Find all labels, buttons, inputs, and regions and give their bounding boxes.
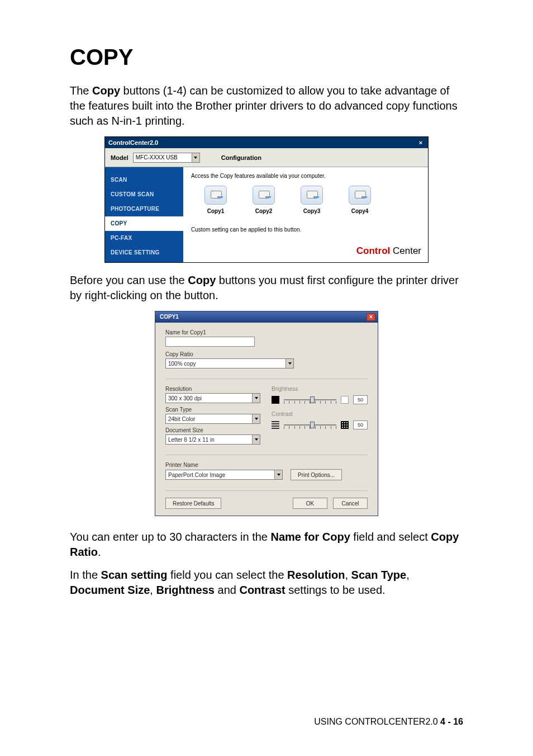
model-value: MFC-XXXX USB: [136, 154, 178, 160]
copier-icon: [253, 186, 275, 205]
copy1-dialog: COPY1 × Name for Copy1 Copy Ratio 100% c…: [155, 311, 378, 516]
sidebar: SCAN CUSTOM SCAN PHOTOCAPTURE COPY PC-FA…: [105, 167, 183, 262]
brightness-label: Brightness: [272, 386, 368, 392]
chevron-down-icon[interactable]: [274, 470, 282, 479]
copier-icon: [349, 186, 371, 205]
bold: Resolution: [287, 569, 345, 581]
copy3-label: Copy3: [303, 208, 321, 214]
dialog-titlebar[interactable]: COPY1 ×: [155, 311, 378, 323]
contrast-value: 50: [353, 420, 368, 429]
text: ,: [345, 569, 351, 581]
configuration-link[interactable]: Configuration: [221, 154, 261, 161]
brand-part1: Control: [356, 245, 390, 256]
contrast-high-icon: [341, 421, 349, 429]
footer-page: 4 - 16: [440, 717, 463, 726]
bold: Scan Type: [351, 569, 407, 581]
resolution-dropdown[interactable]: 300 x 300 dpi: [165, 393, 260, 403]
brand-part2: Center: [390, 245, 421, 256]
docsize-dropdown[interactable]: Letter 8 1/2 x 11 in: [165, 434, 260, 445]
sidebar-item-photocapture[interactable]: PHOTOCAPTURE: [105, 202, 183, 216]
scantype-value: 24bit Color: [168, 416, 195, 422]
docsize-label: Document Size: [165, 427, 261, 433]
resolution-label: Resolution: [165, 386, 261, 392]
printername-label: Printer Name: [165, 462, 368, 468]
printername-dropdown[interactable]: PaperPort Color Image: [165, 470, 283, 480]
content-hint: Custom setting can be applied to this bu…: [191, 226, 420, 233]
cancel-button[interactable]: Cancel: [333, 498, 368, 509]
model-dropdown[interactable]: MFC-XXXX USB: [133, 153, 200, 163]
bold: Copy: [188, 274, 216, 286]
chevron-down-icon[interactable]: [192, 153, 199, 162]
copy-buttons-row: Copy1 Copy2 Copy3 Copy4: [191, 186, 420, 214]
bold: Copy: [92, 84, 120, 97]
contrast-label: Contrast: [272, 411, 368, 417]
docsize-value: Letter 8 1/2 x 11 in: [168, 437, 215, 443]
copier-icon: [204, 186, 227, 205]
scantype-label: Scan Type: [165, 407, 261, 413]
sidebar-item-devicesetting[interactable]: DEVICE SETTING: [105, 245, 183, 260]
sidebar-item-customscan[interactable]: CUSTOM SCAN: [105, 187, 183, 202]
printername-value: PaperPort Color Image: [168, 472, 225, 478]
sidebar-item-scan[interactable]: SCAN: [105, 173, 183, 187]
text: field and select: [350, 531, 431, 543]
contrast-low-icon: [272, 421, 279, 429]
chevron-down-icon[interactable]: [252, 414, 260, 423]
text: The: [70, 84, 92, 97]
window-title: ControlCenter2.0: [108, 137, 158, 148]
slider-thumb[interactable]: [310, 396, 315, 403]
chevron-down-icon[interactable]: [252, 394, 260, 403]
restore-defaults-button[interactable]: Restore Defaults: [165, 498, 221, 509]
copyratio-dropdown[interactable]: 100% copy: [165, 358, 294, 368]
copy2-button[interactable]: Copy2: [249, 186, 278, 214]
close-icon[interactable]: ×: [367, 313, 375, 321]
sidebar-item-copy[interactable]: COPY: [105, 216, 183, 231]
brightness-light-icon: [341, 396, 349, 404]
copier-icon: [301, 186, 323, 205]
ok-button[interactable]: OK: [293, 498, 327, 509]
chevron-down-icon[interactable]: [285, 359, 293, 368]
paragraph-3: You can enter up to 30 characters in the…: [70, 530, 463, 560]
copy1-label: Copy1: [207, 208, 225, 214]
text: settings to be used.: [285, 584, 386, 596]
resolution-value: 300 x 300 dpi: [168, 395, 202, 401]
copy3-button[interactable]: Copy3: [297, 186, 326, 214]
page-footer: USING CONTROLCENTER2.0 4 - 16: [314, 717, 463, 727]
paragraph-2: Before you can use the Copy buttons you …: [70, 273, 463, 303]
text: field you can select the: [168, 569, 288, 581]
copy4-button[interactable]: Copy4: [345, 186, 374, 214]
text: ,: [150, 584, 156, 596]
bold: Scan setting: [101, 569, 168, 581]
contrast-slider[interactable]: [284, 420, 336, 429]
brand-logo: Control Center: [356, 245, 421, 257]
text: Before you can use the: [70, 274, 188, 286]
close-icon[interactable]: ×: [417, 139, 425, 147]
name-label: Name for Copy1: [165, 329, 368, 336]
text: .: [98, 546, 101, 558]
text: ,: [406, 569, 410, 581]
content-description: Access the Copy features available via y…: [191, 173, 420, 179]
chevron-down-icon[interactable]: [252, 435, 260, 444]
print-options-button[interactable]: Print Options...: [291, 469, 342, 480]
footer-text: USING CONTROLCENTER2.0: [314, 717, 437, 726]
bold: Brightness: [156, 584, 214, 596]
scantype-dropdown[interactable]: 24bit Color: [165, 414, 260, 424]
bold: Document Size: [70, 584, 150, 596]
text: You can enter up to 30 characters in the: [70, 531, 271, 543]
text: In the: [70, 569, 101, 581]
slider-thumb[interactable]: [310, 422, 315, 428]
paragraph-1: The Copy buttons (1-4) can be customized…: [70, 83, 463, 129]
copy1-button[interactable]: Copy1: [201, 186, 230, 214]
copy2-label: Copy2: [255, 208, 273, 214]
bold: Contrast: [239, 584, 285, 596]
brightness-dark-icon: [272, 396, 279, 404]
copyratio-label: Copy Ratio: [165, 351, 368, 357]
model-label: Model: [111, 154, 129, 161]
model-bar: Model MFC-XXXX USB Configuration: [105, 148, 428, 167]
name-field[interactable]: [165, 337, 255, 347]
window-titlebar[interactable]: ControlCenter2.0 ×: [105, 137, 428, 148]
brightness-slider[interactable]: [284, 395, 336, 404]
dialog-title: COPY1: [160, 311, 179, 323]
text: and: [215, 584, 239, 596]
sidebar-item-pcfax[interactable]: PC-FAX: [105, 231, 183, 245]
page-heading: COPY: [70, 45, 463, 70]
